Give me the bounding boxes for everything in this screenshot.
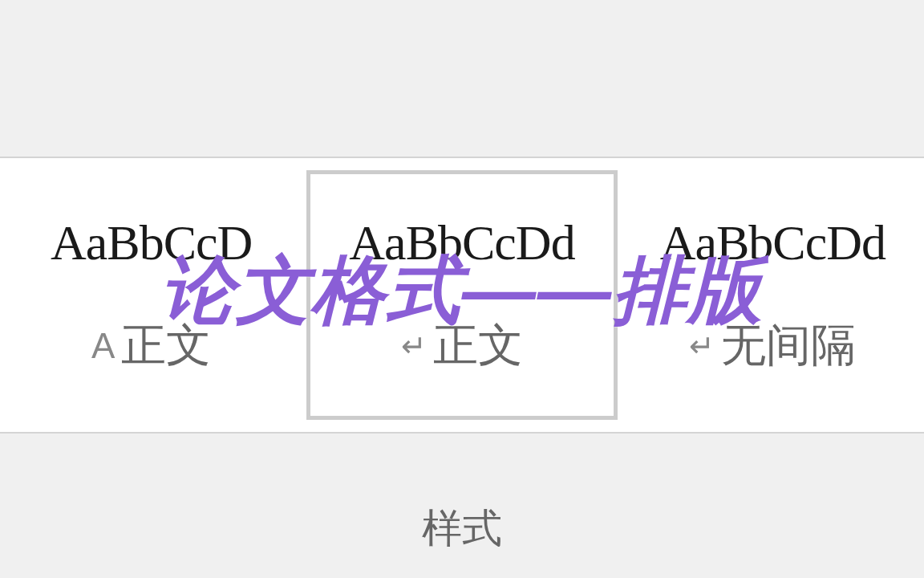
styles-group-label: 样式 [422,502,502,556]
style-prefix-icon: A [91,326,115,366]
overlay-title-text: 论文格式——排版 [160,241,764,340]
